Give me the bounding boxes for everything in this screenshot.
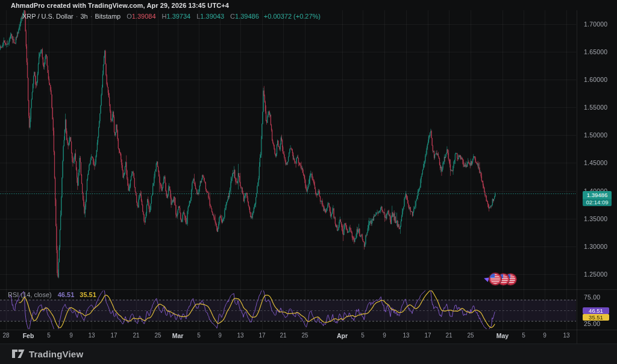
time-tick-label: 13	[237, 332, 243, 339]
axis-tick-label: 1.25000	[584, 271, 607, 278]
rsi-indicator-legend[interactable]: RSI (14, close)46.5135.51	[8, 291, 96, 298]
tradingview-logo[interactable]: TradingView	[12, 348, 83, 359]
high-value: 1.39734	[166, 13, 190, 20]
time-tick-label: 17	[110, 332, 117, 339]
bar-close-countdown: 02:14:09	[583, 199, 612, 207]
low-value: 1.39043	[200, 13, 224, 20]
time-tick-label: 9	[218, 332, 222, 339]
flag-canton	[490, 274, 495, 278]
legend-separator: ·	[90, 13, 93, 20]
symbol-legend[interactable]: XRP / U.S. Dollar·3h·BitstampO1.39084H1.…	[22, 13, 321, 20]
time-tick-label: 17	[424, 332, 431, 339]
time-tick-label: 21	[280, 332, 286, 339]
rsi-current-value: 46.51	[58, 291, 75, 298]
time-tick-label: 5	[47, 332, 51, 339]
time-tick-label: May	[496, 332, 509, 339]
axis-tick-label: 75.00	[584, 293, 600, 301]
flag-sticker-icon[interactable]	[489, 273, 501, 285]
time-tick-label: 9	[543, 332, 547, 339]
last-price-axis-label: 1.39486 02:14:09	[583, 191, 612, 206]
symbol-title: XRP / U.S. Dollar	[22, 13, 74, 20]
time-tick-label: 28	[2, 332, 9, 339]
axis-tick-label: 1.60000	[584, 76, 607, 83]
open-value: 1.39084	[132, 13, 156, 20]
legend-separator: ·	[76, 13, 78, 20]
attribution-text: AhmadPro created with TradingView.com, A…	[11, 2, 229, 9]
time-axis[interactable]: 28Feb5913172125Mar5913172125Apr591317212…	[0, 330, 576, 344]
axis-tick-label: 1.70000	[584, 20, 607, 28]
tradingview-logo-icon	[12, 348, 25, 359]
interval-label: 3h	[80, 13, 87, 20]
time-tick-label: 5	[197, 332, 201, 339]
rsi-axis-badge: 46.51	[583, 307, 609, 314]
time-tick-label: 5	[522, 332, 525, 339]
last-price-value: 1.39486	[583, 191, 612, 199]
time-tick-label: Feb	[23, 332, 34, 339]
axis-tick-label: 1.50000	[584, 131, 607, 139]
open-label: O	[127, 13, 132, 20]
change-value: +0.00372 (+0.27%)	[264, 13, 321, 20]
time-tick-label: 17	[258, 332, 265, 339]
time-tick-label: 21	[445, 332, 452, 339]
time-tick-label: 13	[402, 332, 409, 339]
time-tick-label: 13	[563, 332, 569, 339]
close-label: C	[230, 13, 235, 20]
axis-tick-label: 1.55000	[584, 104, 607, 111]
time-tick-label: Mar	[172, 332, 184, 339]
rsi-ma-axis-badge: 35.51	[583, 314, 609, 321]
tradingview-chart-window: AhmadPro created with TradingView.com, A…	[0, 0, 617, 364]
time-tick-label: Apr	[337, 332, 348, 339]
time-tick-label: 21	[133, 332, 139, 339]
rsi-title: RSI (14, close)	[8, 291, 52, 298]
rsi-ma-value: 35.51	[80, 291, 96, 298]
time-tick-label: 13	[88, 332, 95, 339]
time-tick-label: 9	[69, 332, 73, 339]
exchange-label: Bitstamp	[95, 13, 121, 20]
close-value: 1.39486	[235, 13, 259, 20]
tradingview-brand-text: TradingView	[29, 349, 83, 359]
axis-tick-label: 1.65000	[584, 48, 607, 55]
time-tick-label: 5	[361, 332, 365, 339]
chart-canvas[interactable]	[0, 0, 617, 364]
time-tick-label: 9	[383, 332, 386, 339]
axis-tick-label: 1.45000	[584, 159, 607, 166]
time-tick-label: 25	[301, 332, 308, 339]
price-axis[interactable]: 1.700001.650001.600001.550001.500001.450…	[577, 0, 617, 344]
footer-bar: TradingView	[0, 344, 617, 364]
axis-tick-label: 1.30000	[584, 243, 607, 250]
time-tick-label: 25	[154, 332, 161, 339]
axis-tick-label: 25.00	[584, 320, 600, 327]
time-tick-label: 25	[467, 332, 474, 339]
axis-tick-label: 1.35000	[584, 215, 607, 222]
